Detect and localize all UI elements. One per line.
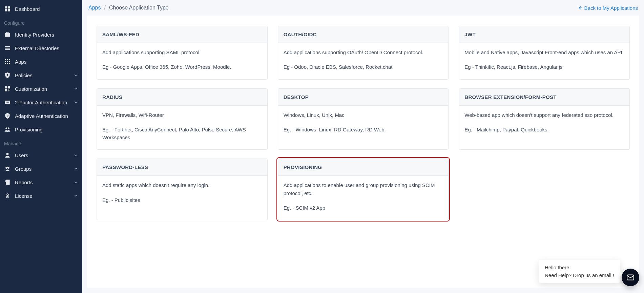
sidebar-section-manage: Manage	[0, 136, 82, 148]
card-example: Eg. - Public sites	[102, 196, 262, 204]
chevron-down-icon	[74, 180, 78, 185]
sidebar-item-identity-providers[interactable]: Identity Providers	[0, 28, 82, 41]
card-description: VPN, Firewalls, Wifi-Router	[102, 111, 262, 119]
app-type-card-saml[interactable]: SAML/WS-FEDAdd applications supporting S…	[97, 26, 268, 80]
card-description: Add static apps which doesn't require an…	[102, 181, 262, 189]
sidebar-item-label: Policies	[15, 72, 69, 78]
content: SAML/WS-FEDAdd applications supporting S…	[87, 16, 639, 288]
breadcrumb-root[interactable]: Apps	[88, 5, 101, 11]
customization-icon	[4, 85, 11, 92]
svg-point-15	[9, 63, 10, 64]
identity-providers-icon	[4, 31, 11, 38]
apps-icon	[4, 58, 11, 65]
sidebar-item-customization[interactable]: Customization	[0, 82, 82, 96]
sidebar-item-dashboard[interactable]: Dashboard	[0, 2, 82, 16]
sidebar-item-provisioning[interactable]: Provisioning	[0, 123, 82, 136]
card-body: Windows, Linux, Unix, MacEg. - Windows, …	[278, 106, 449, 142]
chevron-down-icon	[74, 100, 78, 105]
app-type-card-provisioning-card[interactable]: PROVISIONINGAdd applications to enable u…	[278, 159, 449, 220]
card-body: Add static apps which doesn't require an…	[97, 176, 267, 212]
card-title: RADIUS	[97, 89, 267, 106]
card-title: DESKTOP	[278, 89, 449, 106]
app-type-card-oauth[interactable]: OAUTH/OIDCAdd applications supporting OA…	[278, 26, 449, 80]
app-type-grid: SAML/WS-FEDAdd applications supporting S…	[97, 26, 630, 220]
svg-point-11	[7, 61, 8, 62]
svg-rect-19	[5, 89, 7, 91]
sidebar-item-license[interactable]: License	[0, 189, 82, 203]
app-type-card-browser-ext[interactable]: BROWSER EXTENSION/FORM-POSTWeb-based app…	[459, 88, 630, 150]
sidebar-item-users[interactable]: Users	[0, 148, 82, 162]
sidebar-item-label: Users	[15, 152, 69, 158]
card-example: Eg. - Fortinet, Cisco AnyConnect, Palo A…	[102, 126, 262, 142]
card-description: Add applications supporting OAuth/ OpenI…	[284, 48, 443, 56]
card-title: OAUTH/OIDC	[278, 26, 449, 43]
svg-point-16	[7, 74, 8, 76]
card-description: Windows, Linux, Unix, Mac	[284, 111, 443, 119]
card-example: Eg. - Windows, Linux, RD Gateway, RD Web…	[284, 126, 443, 133]
svg-point-22	[5, 127, 7, 129]
breadcrumb-current: Choose Application Type	[109, 5, 169, 11]
topbar: Apps / Choose Application Type Back to M…	[82, 0, 644, 16]
card-title: PROVISIONING	[278, 159, 449, 176]
svg-point-13	[5, 63, 6, 64]
two-factor-auth-icon: 123	[4, 99, 11, 106]
app-type-card-desktop[interactable]: DESKTOPWindows, Linux, Unix, MacEg. - Wi…	[278, 88, 449, 150]
sidebar-item-external-directories[interactable]: External Directories	[0, 41, 82, 55]
groups-icon	[4, 165, 11, 172]
card-example: Eg - Thinkific, React.js, Firebase, Angu…	[464, 63, 624, 71]
sidebar-item-policies[interactable]: Policies	[0, 68, 82, 82]
svg-point-24	[6, 153, 9, 155]
license-icon	[4, 192, 11, 199]
card-description: Add applications to enable user and grou…	[284, 181, 443, 197]
policies-icon	[4, 72, 11, 79]
sidebar-item-label: License	[15, 193, 69, 199]
sidebar-item-label: Customization	[15, 86, 69, 92]
svg-rect-2	[5, 9, 7, 12]
sidebar-item-label: Reports	[15, 180, 69, 185]
main: Apps / Choose Application Type Back to M…	[82, 0, 644, 293]
chevron-down-icon	[74, 86, 78, 91]
svg-point-27	[7, 167, 8, 168]
chevron-down-icon	[74, 153, 78, 158]
users-icon	[4, 152, 11, 159]
svg-rect-0	[5, 6, 7, 9]
svg-rect-17	[5, 86, 7, 89]
svg-rect-3	[8, 9, 10, 12]
sidebar-section-configure: Configure	[0, 16, 82, 28]
sidebar-item-label: Provisioning	[15, 127, 78, 132]
breadcrumb-separator: /	[104, 5, 105, 11]
svg-point-14	[7, 63, 8, 64]
sidebar-item-label: Identity Providers	[15, 32, 78, 38]
app-type-card-jwt[interactable]: JWTMobile and Native apps, Javascript Fr…	[459, 26, 630, 80]
svg-point-8	[7, 59, 8, 60]
back-to-applications-link[interactable]: Back to My Applications	[578, 5, 638, 11]
app-type-card-passwordless[interactable]: PASSWORD-LESSAdd static apps which doesn…	[97, 159, 268, 220]
card-title: JWT	[459, 26, 629, 43]
svg-point-31	[7, 195, 8, 196]
card-example: Eg. - Mailchimp, Paypal, Quickbooks.	[464, 126, 624, 133]
chat-open-button[interactable]	[622, 269, 639, 286]
sidebar: DashboardConfigureIdentity ProvidersExte…	[0, 0, 82, 293]
mail-icon	[626, 273, 635, 282]
card-description: Web-based app which doesn't support any …	[464, 111, 624, 119]
chat-line-2: Need Help? Drop us an email !	[545, 272, 614, 278]
svg-rect-4	[5, 46, 10, 47]
chat-help-bubble: Hello there! Need Help? Drop us an email…	[539, 260, 620, 283]
app-type-card-radius[interactable]: RADIUSVPN, Firewalls, Wifi-RouterEg. - F…	[97, 88, 268, 150]
sidebar-item-two-factor-auth[interactable]: 1232-Factor Authentication	[0, 96, 82, 109]
sidebar-item-label: External Directories	[15, 45, 78, 51]
sidebar-item-apps[interactable]: Apps	[0, 55, 82, 68]
sidebar-item-groups[interactable]: Groups	[0, 162, 82, 175]
chevron-down-icon	[74, 73, 78, 78]
svg-point-7	[5, 59, 6, 60]
svg-point-12	[9, 61, 10, 62]
sidebar-item-adaptive-auth[interactable]: Adaptive Authentication	[0, 109, 82, 123]
sidebar-item-label: Apps	[15, 59, 78, 65]
card-body: VPN, Firewalls, Wifi-RouterEg. - Fortine…	[97, 106, 267, 150]
back-link-label: Back to My Applications	[584, 5, 638, 11]
card-body: Add applications supporting OAuth/ OpenI…	[278, 43, 449, 79]
sidebar-item-reports[interactable]: Reports	[0, 175, 82, 189]
sidebar-item-label: Groups	[15, 166, 69, 172]
card-example: Eg - Odoo, Oracle EBS, Salesforce, Rocke…	[284, 63, 443, 71]
reports-icon	[4, 179, 11, 186]
